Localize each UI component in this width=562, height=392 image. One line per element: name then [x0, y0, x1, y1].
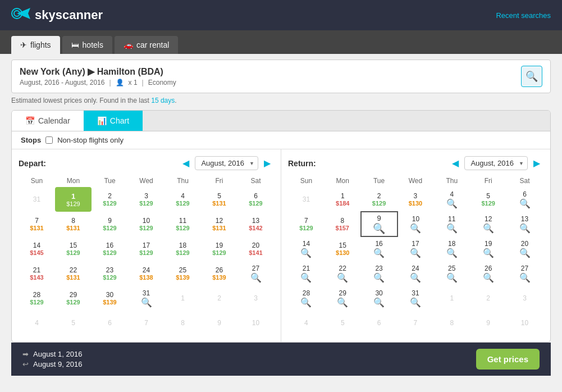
- day-cell[interactable]: 20🔍: [506, 236, 543, 261]
- depart-month[interactable]: August, 2016: [195, 156, 258, 170]
- day-cell[interactable]: 12🔍: [470, 212, 506, 236]
- day-cell[interactable]: 19🔍: [470, 236, 506, 261]
- depart-prev-btn[interactable]: ◀: [179, 157, 193, 170]
- day-cell[interactable]: 17🔍: [397, 236, 434, 261]
- day-cell[interactable]: 18$129: [165, 236, 201, 261]
- day-cell[interactable]: 21$143: [19, 261, 55, 286]
- day-cell[interactable]: 21🔍: [288, 261, 325, 286]
- day-cell[interactable]: 10: [237, 311, 274, 335]
- day-cell[interactable]: 30$139: [92, 286, 128, 311]
- day-cell[interactable]: 16$129: [92, 236, 128, 261]
- depart-next-btn[interactable]: ▶: [261, 157, 274, 170]
- day-cell[interactable]: 31: [19, 187, 55, 212]
- return-month[interactable]: August, 2016: [464, 156, 528, 170]
- day-cell[interactable]: 6: [361, 311, 397, 335]
- day-cell[interactable]: 4$129: [165, 187, 201, 212]
- day-cell[interactable]: 7: [128, 311, 165, 335]
- day-cell[interactable]: 25$139: [165, 261, 201, 286]
- day-cell[interactable]: 24$138: [128, 261, 165, 286]
- day-cell[interactable]: 10🔍: [397, 212, 434, 236]
- day-cell[interactable]: 2$129: [92, 187, 128, 212]
- return-next-btn[interactable]: ▶: [530, 157, 543, 170]
- day-cell[interactable]: 11$129: [165, 212, 201, 236]
- day-cell[interactable]: 15$130: [325, 236, 361, 261]
- day-cell[interactable]: 28🔍: [288, 286, 325, 311]
- day-cell[interactable]: 5: [55, 311, 92, 335]
- return-prev-btn[interactable]: ◀: [449, 157, 462, 170]
- tab-car-rental[interactable]: 🚗 car rental: [115, 36, 178, 54]
- day-cell[interactable]: 3$129: [128, 187, 165, 212]
- day-cell[interactable]: 2: [470, 286, 506, 311]
- day-cell[interactable]: 8$131: [55, 212, 92, 236]
- nonstop-checkbox[interactable]: [45, 136, 53, 144]
- day-cell[interactable]: 13🔍: [506, 212, 543, 236]
- tab-hotels[interactable]: 🛏 hotels: [62, 36, 112, 54]
- day-cell[interactable]: 23🔍: [361, 261, 397, 286]
- day-cell[interactable]: 5$129: [470, 187, 506, 212]
- tab-calendar[interactable]: 📅 Calendar: [12, 111, 84, 131]
- day-cell[interactable]: 28$129: [19, 286, 55, 311]
- day-cell[interactable]: 5$131: [201, 187, 237, 212]
- day-cell[interactable]: 19$129: [201, 236, 237, 261]
- day-cell[interactable]: 9: [470, 311, 506, 335]
- day-cell[interactable]: 14🔍: [288, 236, 325, 261]
- day-cell[interactable]: 7$129: [288, 212, 325, 236]
- day-cell[interactable]: 5: [325, 311, 361, 335]
- day-cell[interactable]: 12$131: [201, 212, 237, 236]
- day-cell[interactable]: 15$129: [55, 236, 92, 261]
- day-cell[interactable]: 14$145: [19, 236, 55, 261]
- day-cell[interactable]: 10$129: [128, 212, 165, 236]
- day-cell[interactable]: 3: [237, 286, 274, 311]
- day-cell[interactable]: 25🔍: [433, 261, 470, 286]
- day-cell[interactable]: 29$129: [55, 286, 92, 311]
- recent-searches-link[interactable]: Recent searches: [496, 11, 551, 20]
- nonstop-label[interactable]: Non-stop flights only: [57, 136, 124, 144]
- day-cell[interactable]: 6$129: [237, 187, 274, 212]
- day-cell[interactable]: 11🔍: [433, 212, 470, 236]
- day-cell[interactable]: 1: [433, 286, 470, 311]
- day-cell[interactable]: 26$139: [201, 261, 237, 286]
- day-cell[interactable]: 7$131: [19, 212, 55, 236]
- tab-chart[interactable]: 📊 Chart: [84, 111, 143, 131]
- day-cell[interactable]: 31🔍: [128, 286, 165, 311]
- day-cell[interactable]: 10: [506, 311, 543, 335]
- day-cell[interactable]: 22$131: [55, 261, 92, 286]
- day-cell[interactable]: 29🔍: [325, 286, 361, 311]
- get-prices-button[interactable]: Get prices: [476, 349, 540, 370]
- day-cell[interactable]: 1$129: [55, 187, 92, 212]
- day-cell[interactable]: 4: [19, 311, 55, 335]
- day-cell[interactable]: 4🔍: [433, 187, 470, 212]
- day-cell[interactable]: 16🔍: [361, 236, 397, 261]
- day-cell[interactable]: 8: [433, 311, 470, 335]
- day-cell[interactable]: 9🔍: [361, 212, 397, 236]
- day-cell[interactable]: 9: [201, 311, 237, 335]
- day-cell[interactable]: 3: [506, 286, 543, 311]
- day-cell[interactable]: 8: [165, 311, 201, 335]
- day-cell[interactable]: 30🔍: [361, 286, 397, 311]
- day-cell[interactable]: 27🔍: [237, 261, 274, 286]
- day-cell[interactable]: 3$130: [397, 187, 434, 212]
- search-button[interactable]: 🔍: [521, 66, 542, 87]
- day-cell[interactable]: 1$184: [325, 187, 361, 212]
- day-cell[interactable]: 7: [397, 311, 434, 335]
- day-cell[interactable]: 18🔍: [433, 236, 470, 261]
- day-cell[interactable]: 23$129: [92, 261, 128, 286]
- tab-flights[interactable]: ✈ flights: [11, 36, 60, 54]
- day-cell[interactable]: 24🔍: [397, 261, 434, 286]
- day-cell[interactable]: 20$141: [237, 236, 274, 261]
- day-cell[interactable]: 31: [288, 187, 325, 212]
- day-cell[interactable]: 9$129: [92, 212, 128, 236]
- day-cell[interactable]: 22🔍: [325, 261, 361, 286]
- day-cell[interactable]: 26🔍: [470, 261, 506, 286]
- day-cell[interactable]: 27🔍: [506, 261, 543, 286]
- day-cell[interactable]: 4: [288, 311, 325, 335]
- day-cell[interactable]: 17$129: [128, 236, 165, 261]
- day-cell[interactable]: 2: [201, 286, 237, 311]
- day-cell[interactable]: 6: [92, 311, 128, 335]
- day-cell[interactable]: 1: [165, 286, 201, 311]
- day-cell[interactable]: 6🔍: [506, 187, 543, 212]
- day-cell[interactable]: 8$157: [325, 212, 361, 236]
- day-cell[interactable]: 2$129: [361, 187, 397, 212]
- day-cell[interactable]: 31🔍: [397, 286, 434, 311]
- day-cell[interactable]: 13$142: [237, 212, 274, 236]
